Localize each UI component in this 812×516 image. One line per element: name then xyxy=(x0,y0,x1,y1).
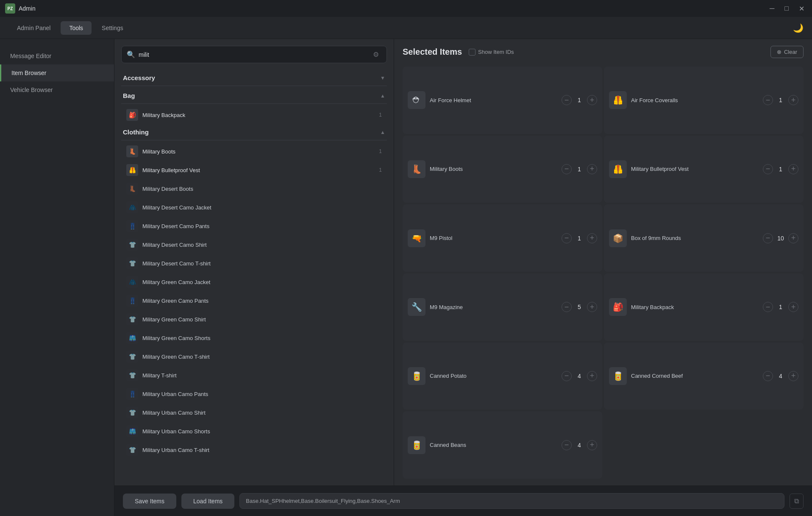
qty-increase-military-bulletproof-vest[interactable]: + xyxy=(788,164,798,174)
sidebar-item-vehicle-browser[interactable]: Vehicle Browser xyxy=(0,81,114,98)
list-item-military-green-camo-pants[interactable]: 👖 Military Green Camo Pants xyxy=(121,291,387,310)
minimize-button[interactable]: ─ xyxy=(767,4,777,13)
load-items-button[interactable]: Load Items xyxy=(181,494,234,509)
qty-value-canned-beans: 4 xyxy=(574,442,584,449)
qty-increase-canned-corned-beef[interactable]: + xyxy=(788,371,798,381)
selected-title: Selected Items xyxy=(403,47,462,57)
qty-decrease-military-boots[interactable]: − xyxy=(562,164,572,174)
search-input[interactable] xyxy=(139,51,365,58)
chevron-up-icon-clothing: ▲ xyxy=(380,129,385,135)
qty-control-air-force-helmet: − 1 + xyxy=(562,95,597,105)
item-ids-field: Base.Hat_SPHhelmet,Base.Boilersuit_Flyin… xyxy=(239,493,784,509)
qty-decrease-military-backpack-right[interactable]: − xyxy=(763,302,773,312)
qty-increase-m9-magazine[interactable]: + xyxy=(587,302,597,312)
qty-increase-canned-beans[interactable]: + xyxy=(587,440,597,450)
qty-control-military-backpack-right: − 1 + xyxy=(763,302,798,312)
tab-admin-panel[interactable]: Admin Panel xyxy=(8,21,59,35)
selected-item-icon-air-force-coveralls: 🦺 xyxy=(609,91,627,109)
selected-item-label-military-backpack-right: Military Backpack xyxy=(631,304,759,310)
title-bar: PZ Admin ─ □ ✕ xyxy=(0,0,812,17)
item-icon-military-desert-camo-pants: 👖 xyxy=(126,220,138,232)
item-label-military-green-camo-shirt: Military Green Camo Shirt xyxy=(142,316,206,323)
list-item-military-desert-boots[interactable]: 👢 Military Desert Boots xyxy=(121,179,387,198)
close-button[interactable]: ✕ xyxy=(796,4,807,14)
qty-increase-m9-pistol[interactable]: + xyxy=(587,233,597,243)
list-item-military-backpack[interactable]: 🎒 Military Backpack 1 xyxy=(121,106,387,124)
item-label-military-desert-camo-shirt: Military Desert Camo Shirt xyxy=(142,242,207,248)
selected-item-canned-potato: 🥫 Canned Potato − 4 + xyxy=(403,343,602,410)
selected-item-label-air-force-coveralls: Air Force Coveralls xyxy=(631,97,759,103)
list-item-military-urban-camo-shorts[interactable]: 🩳 Military Urban Camo Shorts xyxy=(121,422,387,441)
show-ids-label: Show Item IDs xyxy=(478,49,514,55)
main-layout: Message Editor Item Browser Vehicle Brow… xyxy=(0,39,812,516)
selected-item-label-box-9mm-rounds: Box of 9mm Rounds xyxy=(631,235,759,241)
qty-increase-air-force-coveralls[interactable]: + xyxy=(788,95,798,105)
selected-item-label-m9-magazine: M9 Magazine xyxy=(430,304,557,310)
list-item-military-desert-camo-shirt[interactable]: 👕 Military Desert Camo Shirt xyxy=(121,235,387,254)
category-label-accessory: Accessory xyxy=(123,74,155,81)
filter-button[interactable]: ⚙ xyxy=(370,50,381,59)
list-item-military-desert-camo-jacket[interactable]: 🧥 Military Desert Camo Jacket xyxy=(121,198,387,217)
tab-tools[interactable]: Tools xyxy=(61,21,92,35)
qty-increase-military-backpack-right[interactable]: + xyxy=(788,302,798,312)
save-items-button[interactable]: Save Items xyxy=(123,494,176,509)
qty-value-air-force-coveralls: 1 xyxy=(776,97,786,103)
tab-settings[interactable]: Settings xyxy=(93,21,132,35)
show-ids-checkbox[interactable] xyxy=(469,49,476,56)
list-item-military-green-camo-t-shirt[interactable]: 👕 Military Green Camo T-shirt xyxy=(121,347,387,366)
qty-increase-air-force-helmet[interactable]: + xyxy=(587,95,597,105)
qty-decrease-air-force-coveralls[interactable]: − xyxy=(763,95,773,105)
selected-item-label-military-boots: Military Boots xyxy=(430,166,557,172)
list-item-military-desert-camo-t-shirt[interactable]: 👕 Military Desert Camo T-shirt xyxy=(121,254,387,273)
qty-increase-military-boots[interactable]: + xyxy=(587,164,597,174)
selected-item-label-military-bulletproof-vest: Military Bulletproof Vest xyxy=(631,166,759,172)
qty-decrease-m9-magazine[interactable]: − xyxy=(562,302,572,312)
selected-items-panel: Selected Items Show Item IDs ⊗ Clear ⛑ A… xyxy=(394,39,812,485)
selected-items-grid: ⛑ Air Force Helmet − 1 + 🦺 Air Force Cov… xyxy=(403,67,804,479)
list-item-military-urban-camo-t-shirt[interactable]: 👕 Military Urban Camo T-shirt xyxy=(121,441,387,459)
list-item-military-green-camo-shorts[interactable]: 🩳 Military Green Camo Shorts xyxy=(121,329,387,347)
item-label-military-desert-camo-jacket: Military Desert Camo Jacket xyxy=(142,204,211,211)
item-label-military-urban-camo-pants: Military Urban Camo Pants xyxy=(142,391,208,397)
selected-header: Selected Items Show Item IDs ⊗ Clear xyxy=(403,46,804,58)
copy-ids-button[interactable]: ⧉ xyxy=(790,494,804,509)
qty-control-air-force-coveralls: − 1 + xyxy=(763,95,798,105)
list-item-military-urban-camo-shirt[interactable]: 👕 Military Urban Camo Shirt xyxy=(121,403,387,422)
list-item-military-desert-camo-pants[interactable]: 👖 Military Desert Camo Pants xyxy=(121,217,387,235)
list-item-military-t-shirt[interactable]: 👕 Military T-shirt xyxy=(121,366,387,385)
clear-icon: ⊗ xyxy=(777,49,781,55)
maximize-button[interactable]: □ xyxy=(782,4,791,13)
list-item-military-green-camo-shirt[interactable]: 👕 Military Green Camo Shirt xyxy=(121,310,387,329)
qty-decrease-box-9mm-rounds[interactable]: − xyxy=(763,233,773,243)
qty-control-canned-corned-beef: − 4 + xyxy=(763,371,798,381)
qty-decrease-m9-pistol[interactable]: − xyxy=(562,233,572,243)
qty-value-military-bulletproof-vest: 1 xyxy=(776,166,786,173)
list-item-military-bulletproof-vest[interactable]: 🦺 Military Bulletproof Vest 1 xyxy=(121,161,387,179)
list-item-military-green-camo-jacket[interactable]: 🧥 Military Green Camo Jacket xyxy=(121,273,387,291)
qty-decrease-air-force-helmet[interactable]: − xyxy=(562,95,572,105)
show-ids-toggle[interactable]: Show Item IDs xyxy=(469,49,514,56)
selected-item-label-m9-pistol: M9 Pistol xyxy=(430,235,557,241)
list-item-military-boots[interactable]: 👢 Military Boots 1 xyxy=(121,142,387,161)
qty-decrease-canned-beans[interactable]: − xyxy=(562,440,572,450)
category-header-accessory[interactable]: Accessory ▼ xyxy=(121,70,387,86)
qty-control-military-bulletproof-vest: − 1 + xyxy=(763,164,798,174)
qty-increase-box-9mm-rounds[interactable]: + xyxy=(788,233,798,243)
sidebar-item-message-editor[interactable]: Message Editor xyxy=(0,47,114,64)
qty-decrease-military-bulletproof-vest[interactable]: − xyxy=(763,164,773,174)
qty-decrease-canned-potato[interactable]: − xyxy=(562,371,572,381)
qty-increase-canned-potato[interactable]: + xyxy=(587,371,597,381)
item-icon-military-green-camo-pants: 👖 xyxy=(126,295,138,307)
qty-value-air-force-helmet: 1 xyxy=(574,97,584,103)
sidebar-item-item-browser[interactable]: Item Browser xyxy=(0,64,114,81)
qty-value-canned-potato: 4 xyxy=(574,373,584,379)
category-header-bag[interactable]: Bag ▲ xyxy=(121,88,387,104)
list-item-military-urban-camo-pants[interactable]: 👖 Military Urban Camo Pants xyxy=(121,385,387,403)
category-header-clothing[interactable]: Clothing ▲ xyxy=(121,124,387,140)
qty-decrease-canned-corned-beef[interactable]: − xyxy=(763,371,773,381)
selected-item-icon-canned-beans: 🥫 xyxy=(408,436,425,454)
search-icon: 🔍 xyxy=(127,50,135,59)
clear-button[interactable]: ⊗ Clear xyxy=(770,46,804,58)
item-icon-military-green-camo-t-shirt: 👕 xyxy=(126,351,138,363)
theme-toggle-icon[interactable]: 🌙 xyxy=(793,23,804,33)
